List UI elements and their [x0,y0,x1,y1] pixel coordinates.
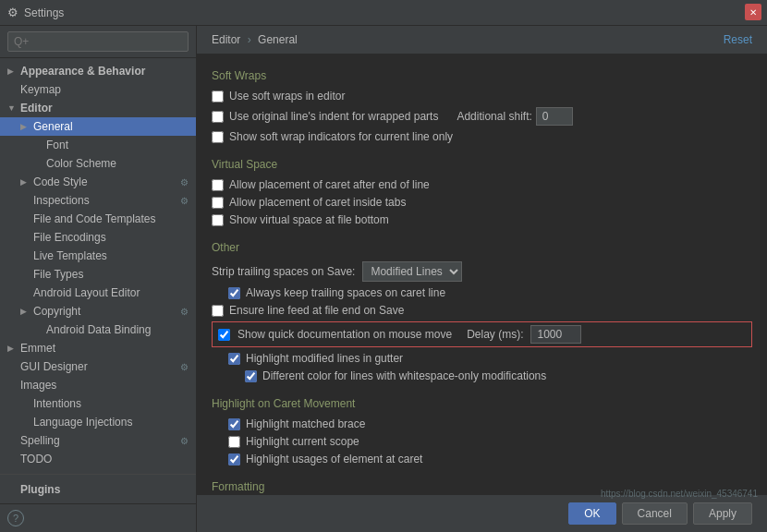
arrow-icon: ▼ [7,103,17,113]
sidebar-item-spelling[interactable]: Spelling ⚙ [0,431,196,450]
sidebar-item-label: TODO [20,453,52,466]
sidebar-item-font[interactable]: Font [0,136,196,154]
sidebar-item-label: Keymap [20,83,61,96]
highlight-modified-label[interactable]: Highlight modified lines in gutter [246,352,403,365]
sidebar-item-file-encodings[interactable]: File Encodings [0,228,196,247]
sidebar-item-live-templates[interactable]: Live Templates [0,247,196,265]
search-input[interactable] [7,31,189,52]
sidebar-item-intentions[interactable]: Intentions [0,394,196,413]
strip-trailing-label: Strip trailing spaces on Save: [212,265,355,278]
sidebar-item-label: Code Style [33,175,88,188]
sidebar-item-color-scheme[interactable]: Color Scheme [0,154,196,173]
sidebar-item-label: Spelling [20,434,60,447]
highlight-modified-checkbox[interactable] [228,353,240,365]
caret-after-end-label[interactable]: Allow placement of caret after end of li… [229,178,430,191]
sidebar-item-label: Copyright [33,305,80,318]
keep-trailing-spaces-label[interactable]: Always keep trailing spaces on caret lin… [246,286,445,299]
gear-icon: ⚙ [180,362,189,372]
sidebar-item-gui-designer[interactable]: GUI Designer ⚙ [0,357,196,376]
highlight-brace-row: Highlight matched brace [228,417,752,430]
highlight-usages-label[interactable]: Highlight usages of element at caret [246,453,422,466]
soft-wrap-indicators-label[interactable]: Show soft wrap indicators for current li… [229,130,453,143]
arrow-icon: ▶ [7,344,17,353]
caret-inside-tabs-checkbox[interactable] [212,197,224,209]
help-button[interactable]: ? [7,510,24,526]
sidebar-item-label: Emmet [20,342,55,355]
arrow-icon: ▶ [7,66,17,76]
soft-wrap-editor-checkbox[interactable] [212,91,224,103]
highlight-scope-label[interactable]: Highlight current scope [246,435,359,448]
apply-button[interactable]: Apply [693,502,752,525]
highlight-usages-checkbox[interactable] [228,453,240,466]
highlight-modified-row: Highlight modified lines in gutter [228,352,752,365]
strip-trailing-dropdown[interactable]: None All Modified Lines [362,261,462,282]
sidebar-item-label: General [33,120,73,133]
highlight-brace-checkbox[interactable] [228,418,240,430]
soft-wraps-section: Soft Wraps Use soft wraps in editor Use … [212,69,752,143]
breadcrumb-separator: › [248,33,251,46]
sidebar-item-label: Font [46,139,68,151]
caret-after-end-checkbox[interactable] [212,179,224,191]
delay-input[interactable] [530,325,581,344]
sidebar-item-android-data-binding[interactable]: Android Data Binding [0,320,196,339]
additional-shift-input[interactable] [536,107,573,126]
sidebar-item-android-layout-editor[interactable]: Android Layout Editor [0,284,196,302]
sidebar-item-appearance[interactable]: ▶ Appearance & Behavior [0,62,196,80]
close-button[interactable]: ✕ [745,4,761,20]
sidebar-item-label: Inspections [33,194,90,207]
highlight-scope-checkbox[interactable] [228,436,240,448]
sidebar-item-file-code-templates[interactable]: File and Code Templates [0,210,196,228]
sidebar-item-copyright[interactable]: ▶ Copyright ⚙ [0,302,196,320]
sidebar-item-keymap[interactable]: Keymap [0,80,196,99]
original-indent-checkbox[interactable] [212,111,224,123]
sidebar-item-editor[interactable]: ▼ Editor [0,99,196,117]
sidebar-item-label: Plugins [20,483,60,496]
different-color-label[interactable]: Different color for lines with whitespac… [262,369,546,382]
virtual-space-bottom-checkbox[interactable] [212,214,224,226]
caret-inside-tabs-row: Allow placement of caret inside tabs [212,196,752,209]
sidebar-item-todo[interactable]: TODO [0,450,196,468]
highlight-caret-section: Highlight on Caret Movement Highlight ma… [212,397,752,466]
ensure-line-feed-checkbox[interactable] [212,305,224,317]
original-indent-label[interactable]: Use original line's indent for wrapped p… [229,110,438,123]
titlebar: ⚙ Settings ✕ [0,0,767,26]
caret-inside-tabs-label[interactable]: Allow placement of caret inside tabs [229,196,406,209]
ensure-line-feed-row: Ensure line feed at file end on Save [212,304,752,317]
sidebar-item-general[interactable]: ▶ General [0,117,196,136]
sidebar-item-inspections[interactable]: Inspections ⚙ [0,191,196,210]
sidebar-item-label: GUI Designer [20,360,88,373]
cancel-button[interactable]: Cancel [622,502,688,525]
keep-trailing-spaces-checkbox[interactable] [228,287,240,299]
quick-doc-label[interactable]: Show quick documentation on mouse move [237,328,452,341]
soft-wrap-editor-label[interactable]: Use soft wraps in editor [229,90,345,103]
soft-wrap-indicators-checkbox[interactable] [212,131,224,143]
formatting-title: Formatting [212,480,752,493]
different-color-checkbox[interactable] [245,370,257,382]
sidebar-item-code-style[interactable]: ▶ Code Style ⚙ [0,173,196,191]
content-body: Soft Wraps Use soft wraps in editor Use … [197,54,767,494]
highlight-caret-title: Highlight on Caret Movement [212,397,752,410]
breadcrumb: Editor › General [212,33,298,46]
sidebar-item-images[interactable]: Images [0,376,196,394]
soft-wrap-editor-row: Use soft wraps in editor [212,90,752,103]
sidebar-item-label: Language Injections [33,416,132,429]
highlight-brace-label[interactable]: Highlight matched brace [246,417,365,430]
ensure-line-feed-label[interactable]: Ensure line feed at file end on Save [229,304,404,317]
sidebar-item-language-injections[interactable]: Language Injections [0,413,196,431]
sidebar-item-emmet[interactable]: ▶ Emmet [0,339,196,357]
soft-wrap-indicators-row: Show soft wrap indicators for current li… [212,130,752,143]
highlight-usages-row: Highlight usages of element at caret [228,453,752,466]
sidebar-bottom: ? [0,503,196,532]
reset-link[interactable]: Reset [724,33,752,46]
titlebar-title: Settings [24,6,64,19]
content-header: Editor › General Reset [197,26,767,54]
sidebar-item-label: Images [20,379,56,392]
sidebar-item-label: Android Layout Editor [33,286,140,299]
gear-icon: ⚙ [180,436,189,446]
sidebar-item-file-types[interactable]: File Types [0,265,196,284]
sidebar-item-label: Appearance & Behavior [20,65,145,78]
soft-wraps-title: Soft Wraps [212,69,752,82]
quick-doc-checkbox[interactable] [218,329,230,341]
virtual-space-bottom-label[interactable]: Show virtual space at file bottom [229,213,389,226]
ok-button[interactable]: OK [568,502,615,525]
